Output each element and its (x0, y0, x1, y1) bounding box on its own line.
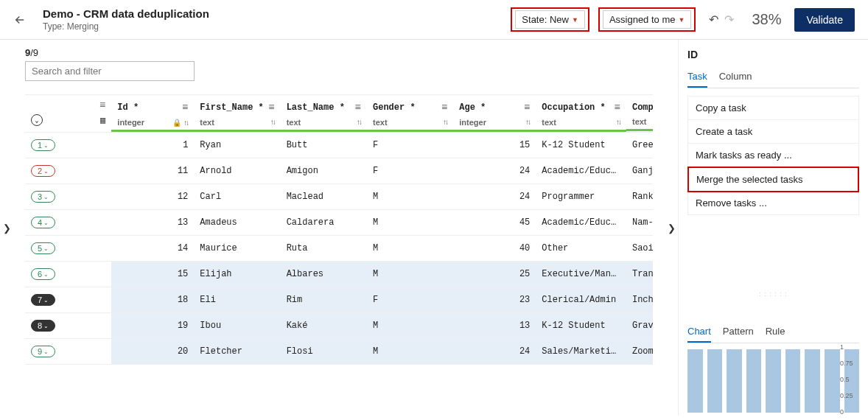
cell-ln: Maclead (281, 185, 367, 209)
sort-icon[interactable]: ↑↓ (616, 118, 620, 126)
minitab-chart[interactable]: Chart (687, 323, 711, 343)
row-badge[interactable]: 2 ⌄ (31, 165, 55, 177)
cell-age: 45 (453, 211, 536, 234)
table-row[interactable]: 2 ⌄11ArnoldAmigonF24Academic/Educ...Ganj… (25, 158, 653, 184)
action-item[interactable]: Merge the selected tasks (687, 167, 859, 192)
column-menu-icon[interactable]: ≡ (99, 99, 105, 111)
column-menu-icon[interactable]: ≡ (182, 102, 188, 113)
col-ln-label: Last_Name * (287, 102, 345, 113)
row-badge[interactable]: 9 ⌄ (31, 346, 55, 357)
sort-icon[interactable]: ↑↓ (525, 118, 530, 126)
state-filter[interactable]: State: New ▼ (515, 10, 585, 29)
back-arrow-icon[interactable] (13, 13, 27, 27)
row-badge[interactable]: 8 ⌄ (31, 320, 55, 332)
cell-occ: Executive/Man... (536, 262, 626, 286)
table-row[interactable]: 9 ⌄20FletcherFlosiM24Sales/MarketingZoom… (25, 339, 653, 365)
cell-gd: M (367, 262, 453, 286)
sort-icon[interactable]: ↑↓ (357, 118, 361, 126)
history-nav: ↶ ↷ (709, 13, 734, 27)
column-menu-icon[interactable]: ≡ (355, 102, 361, 113)
assign-filter-label: Assigned to me (609, 14, 676, 25)
panel-tabs: TaskColumn (687, 68, 859, 88)
table-row[interactable]: 4 ⌄13AmadeusCaldareraM45Academic/Educ...… (25, 210, 653, 236)
cell-occ: Sales/Marketing (536, 340, 626, 363)
col-gd-label: Gender * (373, 102, 416, 113)
row-badge[interactable]: 1 ⌄ (31, 139, 55, 151)
cell-age: 25 (453, 262, 536, 286)
validate-button[interactable]: Validate (794, 8, 855, 32)
sort-icon[interactable]: ↑↓ (443, 118, 447, 126)
assign-filter[interactable]: Assigned to me ▼ (603, 10, 692, 29)
cell-comp: Saois (626, 237, 653, 260)
tab-column[interactable]: Column (719, 68, 752, 88)
column-menu-icon[interactable]: ≡ (615, 102, 620, 113)
cell-comp: Nam-ple (626, 211, 653, 234)
chevron-down-icon: ▼ (678, 16, 685, 24)
column-menu-icon[interactable]: ≡ (268, 102, 274, 113)
panel-title: ID (687, 49, 859, 60)
layout-grid-icon[interactable]: ▦ (100, 115, 105, 126)
table-row[interactable]: 7 ⌄18EliRimF23Clerical/AdminInchfir (25, 287, 653, 313)
mini-tabs: ChartPatternRule (687, 323, 859, 343)
chevron-down-icon: ▼ (572, 16, 578, 24)
sort-icon[interactable]: ↑↓ (183, 119, 188, 127)
row-badge[interactable]: 5 ⌄ (31, 242, 55, 254)
action-list: Copy a taskCreate a taskMark tasks as re… (687, 96, 859, 215)
page-title: Demo - CRM data deduplication (43, 7, 209, 20)
search-input[interactable] (25, 61, 195, 81)
col-age-label: Age * (459, 102, 486, 113)
column-menu-icon[interactable]: ≡ (441, 102, 447, 113)
col-occ-label: Occupation * (542, 102, 605, 113)
minitab-rule[interactable]: Rule (766, 323, 785, 343)
cell-comp: Ganjadc (626, 159, 653, 183)
cell-fn: Ibou (194, 314, 280, 337)
cell-fn: Arnold (194, 159, 280, 183)
drag-handle-icon[interactable]: : : : : : : (687, 290, 859, 301)
table-row[interactable]: 3 ⌄12CarlMacleadM24ProgrammerRankele (25, 184, 653, 210)
cell-age: 13 (453, 314, 536, 337)
cell-ln: Kaké (281, 314, 367, 337)
row-badge[interactable]: 4 ⌄ (31, 217, 55, 228)
action-item[interactable]: Create a task (688, 120, 858, 144)
chart-bar (727, 349, 742, 413)
cell-id: 15 (111, 262, 194, 286)
minitab-pattern[interactable]: Pattern (723, 323, 754, 343)
expand-all-icon[interactable]: ⌄ (31, 114, 43, 126)
row-badge[interactable]: 3 ⌄ (31, 191, 55, 203)
cell-gd: F (367, 133, 453, 157)
table-row[interactable]: 6 ⌄15ElijahAlbaresM25Executive/Man...Tra… (25, 262, 653, 287)
table-row[interactable]: 8 ⌄19IbouKakéM13K-12 StudentGravedr (25, 313, 653, 339)
cell-age: 15 (453, 133, 536, 157)
chart-bar (805, 349, 820, 413)
cell-fn: Eli (194, 288, 280, 312)
cell-id: 11 (111, 159, 194, 183)
cell-id: 12 (111, 185, 194, 209)
topbar: Demo - CRM data deduplication Type: Merg… (0, 0, 868, 40)
row-counter: 9/9 (25, 47, 653, 58)
undo-icon[interactable]: ↶ (709, 13, 718, 27)
left-panel-expand[interactable]: ❯ (0, 40, 13, 416)
cell-age: 40 (453, 237, 536, 260)
action-item[interactable]: Copy a task (688, 97, 858, 120)
sort-icon[interactable]: ↑↓ (270, 118, 275, 126)
table-row[interactable]: 1 ⌄1RyanButtF15K-12 StudentGreenta (25, 133, 653, 158)
redo-icon[interactable]: ↷ (724, 13, 734, 27)
table-row[interactable]: 5 ⌄14MauriceRutaM40OtherSaois (25, 236, 653, 262)
action-item[interactable]: Mark tasks as ready ... (688, 144, 858, 167)
tab-task[interactable]: Task (687, 68, 707, 88)
row-badge[interactable]: 7 ⌄ (31, 294, 55, 306)
cell-occ: Academic/Educ... (536, 211, 626, 234)
state-filter-highlight: State: New ▼ (511, 7, 589, 32)
cell-fn: Carl (194, 185, 280, 209)
cell-fn: Elijah (194, 262, 280, 286)
cell-gd: F (367, 159, 453, 183)
col-id-label: Id * (117, 102, 139, 113)
action-item[interactable]: Remove tasks ... (688, 192, 858, 214)
row-badge[interactable]: 6 ⌄ (31, 268, 55, 280)
cell-comp: Tranlam (626, 262, 653, 286)
cell-fn: Fletcher (194, 340, 280, 363)
column-menu-icon[interactable]: ≡ (524, 102, 530, 113)
cell-gd: M (367, 237, 453, 260)
cell-age: 24 (453, 185, 536, 209)
right-panel-collapse[interactable]: ❯ (665, 40, 678, 416)
